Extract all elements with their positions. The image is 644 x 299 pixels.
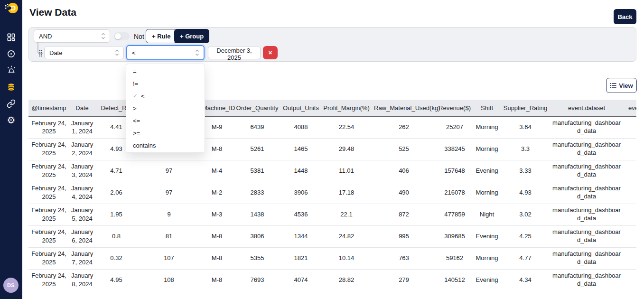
- sidebar-item-monitoring[interactable]: [0, 48, 22, 59]
- table-cell: 29.48: [321, 138, 372, 160]
- rule-drag-handle[interactable]: [39, 49, 43, 57]
- table-cell: January 1, 2024: [69, 116, 95, 138]
- column-header: eve: [623, 100, 636, 116]
- table-cell: February 24, 2025: [28, 204, 69, 225]
- table-cell: 24.82: [321, 225, 372, 247]
- add-rule-button[interactable]: + Rule: [146, 29, 177, 43]
- table-cell: 1465: [281, 138, 321, 160]
- filter-builder: AND Not + Rule + Group Date < December 3…: [28, 27, 636, 62]
- table-cell: 490: [372, 182, 436, 204]
- table-cell: 4088: [281, 116, 321, 138]
- table-cell: 3806: [233, 225, 281, 247]
- dropdown-option-label: <: [141, 93, 145, 100]
- table-cell: M-4: [200, 160, 233, 182]
- sidebar-item-data[interactable]: [0, 81, 22, 93]
- table-cell: January 3, 2024: [69, 160, 95, 182]
- table-cell: 4536: [281, 204, 321, 225]
- dropdown-option[interactable]: =: [126, 65, 205, 77]
- table-cell: [623, 138, 636, 160]
- table-cell: [623, 247, 636, 269]
- sidebar-item-dashboard[interactable]: [0, 31, 22, 43]
- back-button[interactable]: Back: [614, 9, 636, 24]
- dropdown-option[interactable]: contains: [126, 139, 205, 151]
- table-cell: 5381: [233, 160, 281, 182]
- alarm-icon: [6, 65, 17, 75]
- table-cell: February 24, 2025: [28, 225, 69, 247]
- field-value: Date: [49, 49, 62, 56]
- table-cell: 3.3: [500, 138, 551, 160]
- table-cell: 995: [372, 225, 436, 247]
- dropdown-option[interactable]: ✓<: [126, 90, 205, 102]
- table-header-row: @timestampDateDefect_RatMachine_IDOrder_…: [28, 100, 636, 116]
- app-logo[interactable]: D: [3, 1, 19, 16]
- table-row: February 24, 2025January 4, 20242.0697M-…: [28, 182, 636, 204]
- table-cell: 25207: [436, 116, 474, 138]
- not-label: Not: [134, 33, 144, 40]
- table-cell: M-8: [200, 225, 233, 247]
- table-cell: 59162: [436, 247, 474, 269]
- dropdown-option-label: >=: [133, 130, 140, 137]
- table-cell: 11.01: [321, 160, 372, 182]
- table-row: February 24, 2025January 1, 20244.41M-96…: [28, 116, 636, 138]
- table-cell: February 24, 2025: [28, 182, 69, 204]
- field-select[interactable]: Date: [44, 46, 124, 59]
- table-cell: 872: [372, 204, 436, 225]
- table-row: February 24, 2025January 8, 20244.95108M…: [28, 269, 636, 287]
- table-cell: 0.8: [95, 225, 138, 247]
- table-cell: 4074: [281, 269, 321, 287]
- table-cell: 338245: [436, 138, 474, 160]
- combinator-select[interactable]: AND: [34, 29, 110, 43]
- view-button[interactable]: View: [606, 78, 637, 93]
- not-toggle[interactable]: [114, 32, 130, 40]
- table-cell: manufacturing_dashboard_data: [551, 204, 623, 225]
- table-cell: 477859: [436, 204, 474, 225]
- table-cell: 1438: [233, 204, 281, 225]
- toggle-knob: [115, 33, 121, 39]
- close-icon: ✕: [268, 50, 272, 56]
- table-cell: 9: [138, 204, 200, 225]
- dropdown-option[interactable]: !=: [126, 77, 205, 90]
- logo-icon: D: [3, 1, 19, 16]
- table-cell: 22.1: [321, 204, 372, 225]
- table-cell: 0.32: [95, 247, 138, 269]
- table-cell: February 24, 2025: [28, 247, 69, 269]
- table-cell: M-8: [200, 269, 233, 287]
- table-cell: 216078: [436, 182, 474, 204]
- delete-rule-button[interactable]: ✕: [263, 46, 278, 59]
- table-cell: 4.34: [500, 269, 551, 287]
- table-cell: 5261: [233, 138, 281, 160]
- date-value-button[interactable]: December 3, 2025: [208, 46, 261, 59]
- table-row: February 24, 2025January 5, 20241.959M-3…: [28, 204, 636, 225]
- column-header: Profit_Margin(%): [321, 100, 372, 116]
- check-icon: ✓: [133, 93, 141, 99]
- table-cell: manufacturing_dashboard_data: [551, 138, 623, 160]
- sidebar-item-alerts[interactable]: [0, 65, 22, 76]
- sidebar-item-links[interactable]: [0, 98, 22, 109]
- table-cell: 108: [138, 269, 200, 287]
- table-cell: 157648: [436, 160, 474, 182]
- operator-select[interactable]: <: [126, 45, 205, 60]
- sidebar-item-settings[interactable]: ⚙: [0, 114, 22, 126]
- table-cell: 22.54: [321, 116, 372, 138]
- table-cell: 763: [372, 247, 436, 269]
- combinator-value: AND: [39, 33, 52, 40]
- table-cell: 3.33: [500, 160, 551, 182]
- database-icon: [6, 82, 16, 92]
- add-group-button[interactable]: + Group: [174, 29, 209, 43]
- table-cell: M-8: [200, 247, 233, 269]
- table-cell: January 2, 2024: [69, 138, 95, 160]
- dropdown-option[interactable]: >=: [126, 127, 205, 139]
- list-icon: [610, 83, 616, 88]
- sidebar-nav: ⚙: [0, 31, 22, 126]
- table-cell: 2833: [233, 182, 281, 204]
- data-table-container[interactable]: @timestampDateDefect_RatMachine_IDOrder_…: [28, 100, 636, 287]
- table-cell: 3.02: [500, 204, 551, 225]
- table-cell: [623, 269, 636, 287]
- table-cell: 279: [372, 269, 436, 287]
- table-row: February 24, 2025January 6, 20240.881M-8…: [28, 225, 636, 247]
- dropdown-option-label: =: [133, 68, 137, 75]
- column-header: Order_Quantity: [233, 100, 281, 116]
- user-avatar[interactable]: DS: [3, 278, 19, 293]
- dropdown-option[interactable]: <=: [126, 114, 205, 127]
- dropdown-option[interactable]: >: [126, 102, 205, 114]
